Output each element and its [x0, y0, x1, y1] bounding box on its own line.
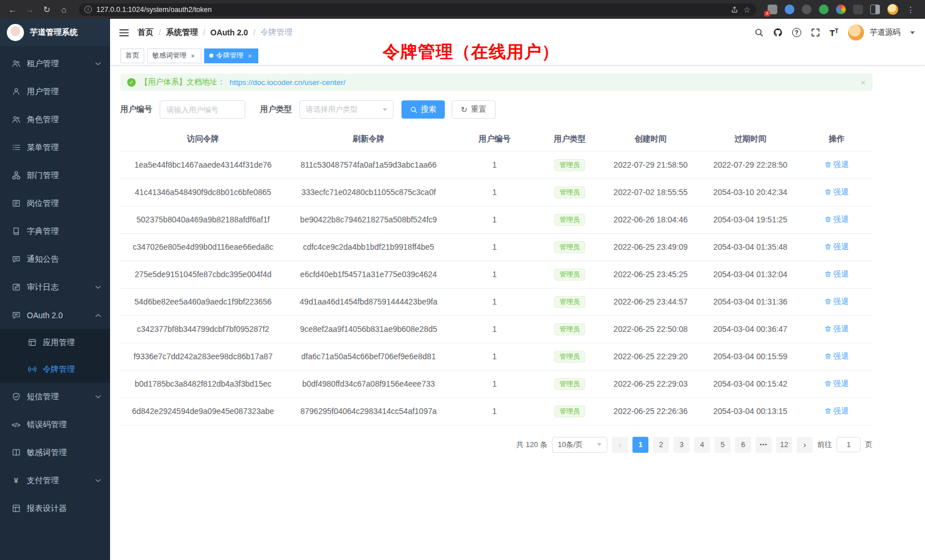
sidebar-toggle[interactable]	[119, 29, 129, 37]
prev-page-button[interactable]: ‹	[612, 437, 628, 453]
page-button-1[interactable]: 1	[632, 437, 648, 453]
extension-icon-5[interactable]	[836, 5, 846, 14]
sidebar-item-pay[interactable]: ¥支付管理	[0, 466, 110, 494]
sidebar-item-role[interactable]: 角色管理	[0, 105, 110, 133]
page-size-select[interactable]: 10条/页	[552, 437, 607, 453]
extension-icon-4[interactable]	[819, 5, 829, 14]
sidebar-item-dict[interactable]: 字典管理	[0, 217, 110, 245]
created-time-cell: 2022-06-25 23:44:57	[602, 288, 699, 315]
chevron-down-icon[interactable]	[910, 31, 915, 34]
back-button[interactable]: ←	[6, 5, 19, 14]
openbook-icon	[11, 448, 21, 457]
sidebar-item-oauth2-token[interactable]: 令牌管理	[0, 356, 110, 383]
extension-icon-3[interactable]	[802, 5, 812, 14]
tab-home[interactable]: 首页	[120, 48, 144, 63]
page-button-5[interactable]: 5	[715, 437, 731, 453]
side-panel-icon[interactable]	[870, 5, 880, 14]
page-button-3[interactable]: 3	[674, 437, 689, 453]
sidebar-item-oauth2-app[interactable]: 应用管理	[0, 329, 110, 356]
url-bar[interactable]: i 127.0.0.1:1024/system/oauth2/token ☆	[79, 3, 756, 16]
sidebar-item-audit-log[interactable]: 审计日志	[0, 273, 110, 301]
close-icon[interactable]: ×	[189, 52, 196, 59]
breadcrumb-item-home[interactable]: 首页	[137, 27, 153, 38]
browser-menu-icon[interactable]: ⋮	[906, 5, 916, 14]
filter-bar: 用户编号 用户类型 请选择用户类型 搜索 ↻ 重置	[120, 100, 873, 119]
browser-profile-avatar[interactable]	[887, 4, 898, 15]
page-button-2[interactable]: 2	[653, 437, 669, 453]
force-logout-button[interactable]: 强退	[825, 379, 849, 389]
tab-token-management[interactable]: 令牌管理 ×	[204, 48, 258, 63]
page-size-value: 10条/页	[558, 440, 583, 450]
sidebar-item-menu[interactable]: 菜单管理	[0, 133, 110, 161]
username[interactable]: 芋道源码	[870, 27, 900, 38]
github-icon[interactable]	[773, 28, 782, 37]
breadcrumb-item-system[interactable]: 系统管理	[166, 27, 198, 38]
breadcrumb-item-oauth[interactable]: OAuth 2.0	[210, 28, 248, 37]
fullscreen-icon[interactable]	[811, 28, 820, 37]
close-icon[interactable]: ×	[246, 52, 253, 59]
refresh-icon: ↻	[461, 105, 468, 114]
sidebar-item-report-designer[interactable]: 报表设计器	[0, 494, 110, 522]
force-logout-button[interactable]: 强退	[825, 187, 849, 197]
sidebar-item-sensitive-word[interactable]: 敏感词管理	[0, 439, 110, 466]
sidebar-item-error-code[interactable]: </>错误码管理	[0, 411, 110, 439]
user-type-select[interactable]: 请选择用户类型	[299, 100, 393, 119]
page-button-12[interactable]: 12	[776, 437, 792, 453]
page-more-button[interactable]: •••	[756, 437, 772, 453]
force-logout-button[interactable]: 强退	[825, 406, 849, 416]
goto-page-input[interactable]	[837, 437, 861, 452]
force-logout-button[interactable]: 强退	[825, 214, 849, 225]
forward-button[interactable]: →	[23, 5, 36, 14]
sidebar-item-oauth2[interactable]: OAuth 2.0	[0, 301, 110, 329]
people-icon	[11, 115, 21, 124]
user-id-cell: 1	[451, 315, 538, 343]
token-table-body: 1ea5e44f8bc1467aaede43144f31de76811c5304…	[120, 151, 873, 425]
refresh-token-cell: 49d1aa46d1454fbd87591444423be9fa	[286, 288, 451, 315]
reload-button[interactable]: ↻	[40, 5, 54, 15]
sidebar-item-user[interactable]: 用户管理	[0, 78, 110, 105]
column-header: 用户类型	[538, 128, 602, 151]
home-button[interactable]: ⌂	[57, 5, 71, 14]
font-size-icon[interactable]: TT	[830, 28, 838, 38]
user-avatar[interactable]	[848, 25, 864, 40]
page-button-4[interactable]: 4	[694, 437, 710, 453]
table-row: c342377bf8b344799dcbf7bf095287f29ce8ef2a…	[120, 315, 873, 343]
force-logout-button[interactable]: 强退	[825, 324, 849, 334]
user-id-input[interactable]	[160, 100, 245, 119]
sidebar-item-tenant[interactable]: 租户管理	[0, 50, 110, 78]
force-logout-button[interactable]: 强退	[825, 297, 849, 307]
user-type-placeholder: 请选择用户类型	[306, 104, 358, 115]
sidebar-item-sms[interactable]: 短信管理	[0, 383, 110, 411]
user-type-cell: 管理员	[538, 206, 602, 233]
doc-link[interactable]: https://doc.iocoder.cn/user-center/	[230, 78, 346, 87]
search-icon[interactable]	[754, 28, 764, 37]
page-button-6[interactable]: 6	[735, 437, 751, 453]
alert-close-icon[interactable]: ×	[861, 78, 866, 87]
reset-button[interactable]: ↻ 重置	[452, 100, 496, 119]
sidebar-item-post[interactable]: 岗位管理	[0, 189, 110, 217]
site-info-icon[interactable]: i	[84, 6, 92, 13]
sidebar-item-notice[interactable]: 通知公告	[0, 245, 110, 273]
list-icon	[11, 143, 21, 152]
expire-time-cell: 2054-03-04 00:13:15	[700, 397, 801, 425]
force-logout-button[interactable]: 强退	[825, 351, 849, 362]
force-logout-button[interactable]: 强退	[825, 242, 849, 252]
force-logout-button[interactable]: 强退	[825, 160, 849, 170]
bookmark-star-icon[interactable]: ☆	[743, 5, 750, 14]
share-icon[interactable]	[731, 6, 739, 14]
sidebar-item-label: 字典管理	[27, 226, 101, 237]
access-token-cell: b0d1785bc3a8482f812db4a3f3bd15ec	[120, 370, 286, 397]
tab-sensitive-word[interactable]: 敏感词管理 ×	[147, 48, 201, 63]
sidebar-item-dept[interactable]: 部门管理	[0, 161, 110, 189]
next-page-button[interactable]: ›	[797, 437, 813, 453]
search-button[interactable]: 搜索	[401, 100, 445, 119]
refresh-token-cell: 9ce8ef2aa9f14056b831ae9b608e28d5	[286, 315, 451, 343]
token-table-header-row: 访问令牌刷新令牌用户编号用户类型创建时间过期时间操作	[120, 128, 873, 151]
force-logout-button[interactable]: 强退	[825, 269, 849, 279]
help-icon[interactable]: ?	[792, 28, 801, 37]
app-logo[interactable]: 芋道管理系统	[0, 19, 110, 46]
extension-icon-2[interactable]	[785, 5, 794, 14]
extension-icon-6[interactable]	[853, 5, 863, 14]
action-cell: 强退	[801, 288, 873, 315]
extension-icon-1[interactable]: 6	[768, 5, 777, 14]
